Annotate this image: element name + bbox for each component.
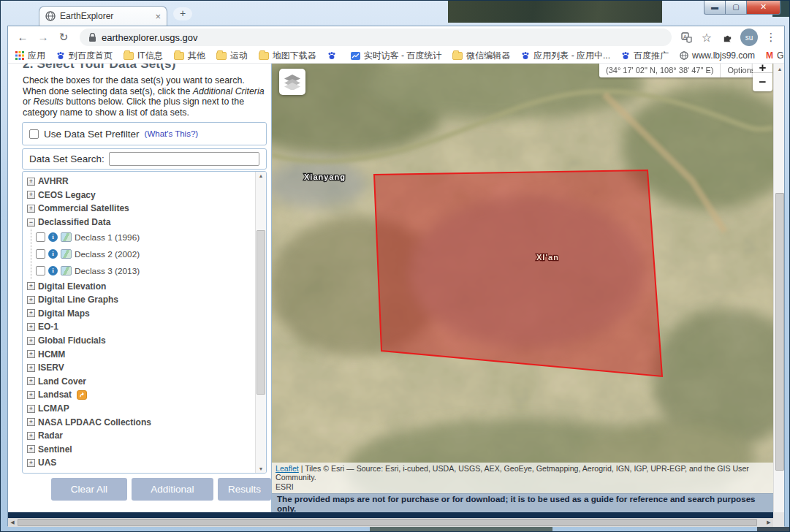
bookmark-baidu-home[interactable]: 到百度首页 xyxy=(56,50,113,62)
bookmark-gmail[interactable]: M Gmail xyxy=(766,50,784,61)
info-icon[interactable]: i xyxy=(48,232,58,242)
expand-plus-icon[interactable]: + xyxy=(27,282,35,290)
tree-category[interactable]: +EO-1 xyxy=(27,320,254,334)
dataset-checkbox[interactable] xyxy=(36,249,45,259)
additional-criteria-button[interactable]: Additional Criteria » xyxy=(132,478,213,501)
expand-plus-icon[interactable]: + xyxy=(27,459,35,467)
scroll-up-icon[interactable]: ▲ xyxy=(774,66,784,72)
bookmark-app-list[interactable]: 应用列表 - 应用中... xyxy=(521,50,610,62)
coverage-map-icon[interactable] xyxy=(61,232,72,242)
expand-plus-icon[interactable]: + xyxy=(27,364,35,372)
expand-plus-icon[interactable]: + xyxy=(27,418,35,426)
new-tab-button[interactable]: + xyxy=(173,7,192,20)
back-icon[interactable]: ← xyxy=(14,28,31,46)
whats-this-link[interactable]: (What's This?) xyxy=(145,129,199,138)
zoom-in-button[interactable]: + xyxy=(753,64,772,73)
bookmark-folder-mapdownloader[interactable]: 地图下载器 xyxy=(259,50,316,62)
expand-plus-icon[interactable]: + xyxy=(27,191,35,199)
bookmark-folder-other[interactable]: 其他 xyxy=(174,50,205,62)
tree-category[interactable]: +UAS xyxy=(27,456,254,470)
tree-category[interactable]: +NASA LPDAAC Collections xyxy=(27,415,254,429)
tree-category[interactable]: +Vegetation Monitoring xyxy=(27,470,254,471)
dataset-checkbox[interactable] xyxy=(36,266,45,276)
tree-category[interactable]: +ISERV xyxy=(27,361,254,375)
tree-category[interactable]: +Global Fiducials xyxy=(27,334,254,348)
expand-plus-icon[interactable]: + xyxy=(27,432,35,440)
tree-dataset-row[interactable]: i Declass 1 (1996) xyxy=(36,229,254,246)
expand-plus-icon[interactable]: + xyxy=(27,323,35,331)
close-button[interactable]: ✕ xyxy=(747,1,780,15)
prefilter-checkbox[interactable] xyxy=(29,129,39,139)
horizontal-scrollbar-thumb[interactable] xyxy=(18,519,757,526)
map-viewport[interactable]: Xianyang XI'an (34° 17' 02" N, 108° 38' … xyxy=(272,64,773,512)
bookmark-folder-it[interactable]: IT信息 xyxy=(124,50,163,62)
leaflet-link[interactable]: Leaflet xyxy=(276,464,299,473)
tree-category[interactable]: +AVHRR xyxy=(27,175,254,189)
minimize-button[interactable]: ▬ xyxy=(704,1,726,15)
tree-category-declassified[interactable]: −Declassified Data xyxy=(27,216,254,229)
tree-category[interactable]: +LCMAP xyxy=(27,402,254,416)
vertical-scrollbar-thumb[interactable] xyxy=(775,193,784,471)
tab-close-icon[interactable]: × xyxy=(155,11,161,22)
bookmark-apps[interactable]: 应用 xyxy=(15,50,45,62)
bookmark-lbjs99[interactable]: www.lbjs99.com xyxy=(680,50,755,61)
scroll-up-icon[interactable]: ▲ xyxy=(256,173,266,178)
tree-category[interactable]: +Digital Maps xyxy=(27,307,254,321)
collapse-minus-icon[interactable]: − xyxy=(27,218,35,227)
expand-plus-icon[interactable]: + xyxy=(27,405,35,413)
bookmark-baidu-promo[interactable]: 百度推广 xyxy=(621,50,669,62)
maximize-button[interactable]: ▢ xyxy=(726,1,747,15)
tree-category[interactable]: +HCMM xyxy=(27,347,254,361)
expand-plus-icon[interactable]: + xyxy=(27,205,35,213)
coverage-map-icon[interactable] xyxy=(61,249,72,259)
tree-category[interactable]: +Radar xyxy=(27,429,254,443)
scroll-down-icon[interactable]: ▼ xyxy=(256,466,266,471)
menu-kebab-icon[interactable]: ⋮ xyxy=(764,30,778,45)
satellite-map[interactable]: Xianyang XI'an xyxy=(272,64,773,512)
tree-category[interactable]: +Land Cover xyxy=(27,375,254,389)
reload-icon[interactable]: ↻ xyxy=(55,28,72,46)
expand-plus-icon[interactable]: + xyxy=(27,391,35,399)
vertical-scrollbar[interactable]: ▲ ▼ xyxy=(773,64,784,527)
tree-scrollbar-thumb[interactable] xyxy=(257,230,265,395)
bookmark-folder-wechat-editor[interactable]: 微信编辑器 xyxy=(452,50,510,62)
horizontal-scrollbar[interactable]: ◀ ▶ xyxy=(8,518,773,527)
coverage-map-icon[interactable] xyxy=(61,266,72,276)
info-icon[interactable]: i xyxy=(48,249,58,259)
expand-plus-icon[interactable]: + xyxy=(27,445,35,453)
tree-category[interactable]: +Sentinel xyxy=(27,443,254,457)
clear-all-selected-button[interactable]: Clear All Selected xyxy=(51,478,127,501)
zoom-out-button[interactable]: − xyxy=(753,73,772,91)
bookmark-paw-only[interactable] xyxy=(327,51,340,60)
expand-plus-icon[interactable]: + xyxy=(27,178,35,186)
expand-plus-icon[interactable]: + xyxy=(27,296,35,304)
layers-control[interactable] xyxy=(279,69,305,95)
tree-category[interactable]: +CEOS Legacy xyxy=(27,189,254,202)
profile-avatar[interactable]: su xyxy=(740,28,758,46)
tree-category[interactable]: +Commercial Satellites xyxy=(27,202,254,216)
tree-dataset-row[interactable]: i Declass 2 (2002) xyxy=(36,246,254,262)
expand-plus-icon[interactable]: + xyxy=(27,337,35,345)
translate-icon[interactable]: A xyxy=(679,30,694,45)
tree-category[interactable]: +Digital Elevation xyxy=(27,279,254,293)
selection-polygon[interactable] xyxy=(374,170,662,376)
expand-plus-icon[interactable]: + xyxy=(27,350,35,358)
bookmark-star-icon[interactable]: ☆ xyxy=(699,30,714,45)
scroll-right-icon[interactable]: ▶ xyxy=(764,518,773,527)
address-bar[interactable]: earthexplorer.usgs.gov xyxy=(80,28,672,46)
tree-category[interactable]: +Digital Line Graphs xyxy=(27,293,254,307)
expand-plus-icon[interactable]: + xyxy=(27,309,35,317)
dataset-checkbox[interactable] xyxy=(36,232,45,242)
bookmark-folder-sports[interactable]: 运动 xyxy=(216,50,248,62)
browser-tab[interactable]: EarthExplorer × xyxy=(39,6,167,26)
tree-scrollbar[interactable]: ▲ ▼ xyxy=(255,172,266,473)
tree-category-landsat[interactable]: +Landsat xyxy=(27,388,254,402)
dataset-search-input[interactable] xyxy=(109,152,259,166)
expand-plus-icon[interactable]: + xyxy=(27,377,35,385)
scroll-left-icon[interactable]: ◀ xyxy=(8,518,17,527)
tree-dataset-row[interactable]: i Declass 3 (2013) xyxy=(36,262,254,279)
info-icon[interactable]: i xyxy=(48,266,58,276)
extensions-puzzle-icon[interactable] xyxy=(720,30,734,45)
results-button[interactable]: Results » xyxy=(218,478,271,501)
forward-icon[interactable]: → xyxy=(34,28,52,46)
